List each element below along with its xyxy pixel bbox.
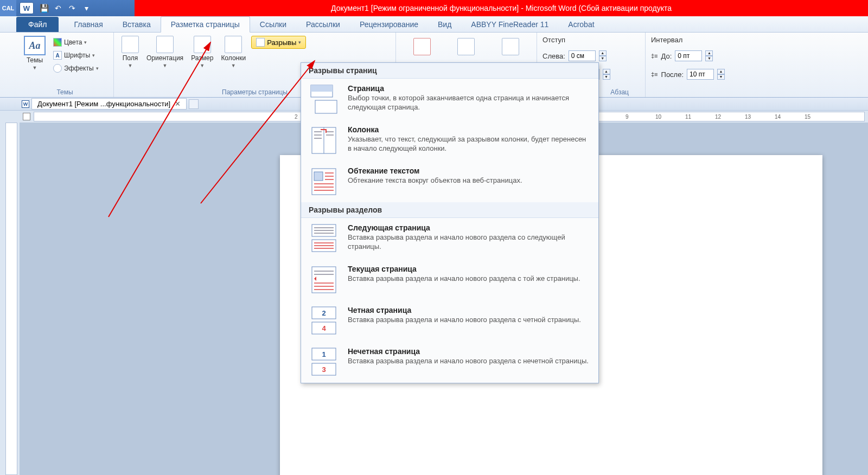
break-column[interactable]: КолонкаУказывает, что текст, следующий з… — [301, 120, 598, 161]
spacing-header: Интервал — [651, 35, 749, 47]
spacing-after-input[interactable] — [687, 69, 714, 80]
indent-left-spinner[interactable]: ▲▼ — [599, 50, 607, 61]
themes-button[interactable]: Aa Темы ▼ — [22, 35, 48, 87]
break-odd-page-title: Нечетная страница — [348, 347, 591, 356]
save-icon[interactable]: 💾 — [39, 3, 49, 13]
titlebar: CAL W 💾 ↶ ↷ ▾ Документ1 [Режим ограничен… — [0, 0, 868, 16]
columns-button[interactable]: Колонки▼ — [219, 35, 248, 87]
tab-home[interactable]: Главная — [64, 17, 112, 32]
breaks-icon — [256, 38, 265, 47]
undo-icon[interactable]: ↶ — [53, 3, 63, 13]
spacing-before-label: До: — [661, 52, 672, 60]
break-next-page-desc: Вставка разрыва раздела и начало нового … — [348, 233, 591, 252]
margins-button[interactable]: Поля▼ — [119, 35, 141, 87]
break-text-wrap-desc: Обтекание текста вокруг объектов на веб-… — [348, 176, 591, 185]
column-break-icon — [309, 125, 339, 156]
spacing-before-input[interactable] — [675, 50, 702, 61]
columns-icon — [225, 36, 242, 53]
tab-page-layout[interactable]: Разметка страницы — [161, 16, 250, 33]
page-borders-icon[interactable] — [502, 38, 519, 55]
break-next-page[interactable]: Следующая страницаВставка разрыва раздел… — [301, 218, 598, 259]
effects-icon — [53, 64, 62, 73]
break-column-desc: Указывает, что текст, следующий за разры… — [348, 135, 591, 153]
margins-icon — [122, 36, 139, 53]
break-page[interactable]: СтраницаВыбор точки, в которой заканчива… — [301, 79, 598, 120]
redo-icon[interactable]: ↷ — [67, 3, 77, 13]
break-odd-page-desc: Вставка разрыва раздела и начало нового … — [348, 357, 591, 366]
effects-button[interactable]: Эффекты▾ — [51, 63, 101, 74]
indent-header: Отступ — [542, 35, 640, 47]
themes-label: Темы — [27, 56, 43, 64]
line-spacing-after-icon: ‡≡ — [651, 71, 658, 78]
colors-icon — [53, 38, 62, 47]
gallery-section-page-breaks: Разрывы страниц — [301, 63, 598, 79]
fonts-icon: A — [53, 51, 62, 60]
close-icon[interactable]: ✕ — [175, 100, 181, 108]
vertical-ruler[interactable] — [5, 123, 17, 475]
svg-text:3: 3 — [322, 365, 326, 374]
ribbon-tabs: Файл Главная Вставка Разметка страницы С… — [0, 16, 868, 33]
svg-rect-11 — [314, 172, 323, 181]
themes-icon: Aa — [24, 36, 46, 55]
indent-right-spinner[interactable]: ▲▼ — [603, 69, 610, 80]
dropdown-icon: ▼ — [33, 65, 37, 70]
tab-references[interactable]: Ссылки — [250, 17, 296, 32]
gallery-section-section-breaks: Разрывы разделов — [301, 202, 598, 218]
break-continuous[interactable]: Текущая страницаВставка разрыва раздела … — [301, 259, 598, 300]
tab-insert[interactable]: Вставка — [113, 17, 161, 32]
break-continuous-desc: Вставка разрыва раздела и начало нового … — [348, 274, 591, 284]
tab-view[interactable]: Вид — [428, 17, 461, 32]
new-tab-button[interactable] — [189, 99, 199, 109]
tab-mailings[interactable]: Рассылки — [296, 17, 350, 32]
title-red-banner: Документ1 [Режим ограниченной функционал… — [135, 0, 868, 16]
break-text-wrap[interactable]: Обтекание текстомОбтекание текста вокруг… — [301, 161, 598, 202]
break-even-page-desc: Вставка разрыва раздела и начало нового … — [348, 316, 591, 325]
indent-left-input[interactable] — [569, 50, 596, 61]
tab-acrobat[interactable]: Acrobat — [558, 17, 604, 32]
odd-page-break-icon: 13 — [309, 347, 339, 377]
indent-left-label: Слева: — [542, 52, 565, 60]
spacing-after-label: После: — [661, 70, 684, 79]
svg-text:2: 2 — [322, 309, 326, 317]
orientation-button[interactable]: Ориентация▼ — [144, 35, 186, 87]
break-page-title: Страница — [348, 84, 591, 93]
group-themes: Aa Темы ▼ Цвета▾ AШрифты▾ Эффекты▾ Темы — [16, 33, 114, 97]
text-wrap-break-icon — [309, 166, 339, 197]
size-button[interactable]: Размер▼ — [189, 35, 215, 87]
next-page-break-icon — [309, 223, 339, 254]
even-page-break-icon: 24 — [309, 306, 339, 336]
break-even-page-title: Четная страница — [348, 306, 591, 314]
size-icon — [194, 36, 211, 53]
qat-dropdown-icon[interactable]: ▾ — [81, 3, 91, 13]
orientation-icon — [156, 36, 174, 53]
break-page-desc: Выбор точки, в которой заканчивается одн… — [348, 94, 591, 112]
colors-button[interactable]: Цвета▾ — [51, 37, 101, 48]
tab-finereader[interactable]: ABBYY FineReader 11 — [461, 17, 558, 32]
word-icon: W — [20, 2, 34, 14]
fonts-button[interactable]: AШрифты▾ — [51, 50, 101, 61]
tab-stop-selector[interactable] — [23, 113, 30, 120]
break-continuous-title: Текущая страница — [348, 265, 591, 273]
group-spacing: Интервал ‡≡ До: ▲▼ ‡≡ После: ▲▼ — [646, 33, 754, 97]
break-column-title: Колонка — [348, 125, 591, 134]
word-doc-icon: W — [22, 100, 29, 108]
dropdown-icon: ▾ — [298, 40, 301, 45]
watermark-icon[interactable] — [413, 38, 431, 55]
page-color-icon[interactable] — [457, 38, 475, 55]
left-app-fragment: CAL — [0, 0, 16, 16]
document-tab[interactable]: Документ1 [Режим ...функциональности] ✕ — [31, 98, 187, 110]
breaks-button[interactable]: Разрывы ▾ — [251, 36, 306, 49]
spacing-after-spinner[interactable]: ▲▼ — [717, 69, 725, 80]
break-even-page[interactable]: 24 Четная страницаВставка разрыва раздел… — [301, 300, 598, 342]
tab-file[interactable]: Файл — [16, 17, 59, 32]
group-themes-label: Темы — [22, 87, 108, 96]
svg-rect-2 — [315, 100, 337, 113]
tab-review[interactable]: Рецензирование — [350, 17, 428, 32]
quick-access-toolbar: 💾 ↶ ↷ ▾ — [39, 3, 91, 13]
document-tab-label: Документ1 [Режим ...функциональности] — [37, 100, 170, 108]
break-odd-page[interactable]: 13 Нечетная страницаВставка разрыва разд… — [301, 342, 598, 383]
break-text-wrap-title: Обтекание текстом — [348, 166, 591, 175]
svg-text:1: 1 — [322, 350, 326, 358]
spacing-before-spinner[interactable]: ▲▼ — [705, 50, 713, 61]
svg-rect-1 — [311, 85, 333, 92]
